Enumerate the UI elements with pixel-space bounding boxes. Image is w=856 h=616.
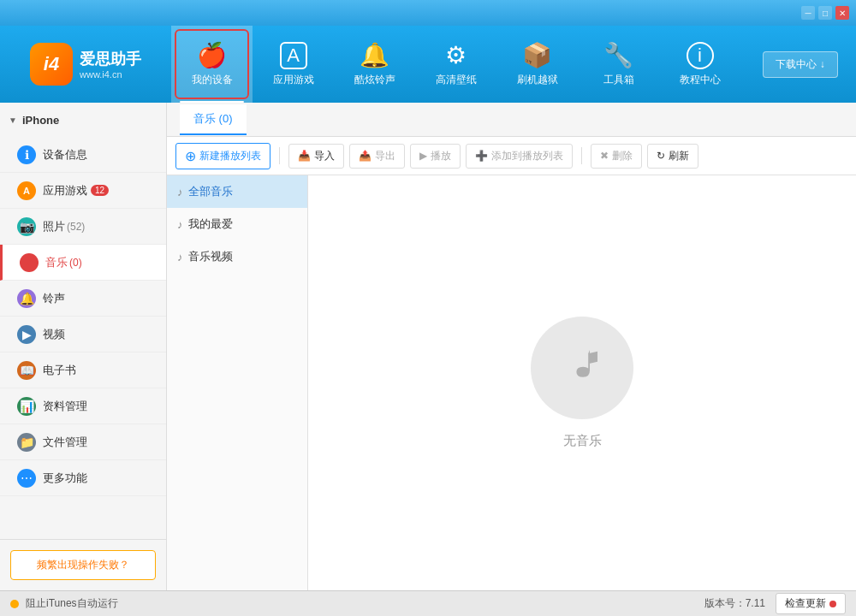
title-bar: ─ □ ✕ [0, 0, 856, 26]
app-name: 爱思助手 [80, 49, 141, 69]
music-tab[interactable]: 音乐 (0) [180, 104, 247, 135]
sidebar-item-more[interactable]: ⋯ 更多功能 [0, 460, 166, 496]
toolbar: ⊕ 新建播放列表 📥 导入 📤 导出 ▶ 播放 ➕ 添加到播放列表 [167, 137, 856, 175]
all-music-icon: ♪ [177, 186, 183, 198]
sidebar-item-device-info[interactable]: ℹ 设备信息 [0, 137, 166, 173]
music-sidebar-label: 音乐 [45, 255, 68, 270]
check-update-button[interactable]: 检查更新 [776, 593, 846, 614]
data-mgmt-sidebar-icon: 📊 [17, 397, 36, 416]
status-dot-icon [10, 600, 19, 608]
file-mgmt-sidebar-icon: 📁 [17, 433, 36, 452]
nav-tab-tools[interactable]: 🔧 工具箱 [578, 26, 659, 103]
jailbreak-label: 刷机越狱 [517, 73, 558, 87]
apps-badge: 12 [91, 185, 109, 196]
download-center-button[interactable]: 下载中心 ↓ [763, 51, 837, 78]
music-video-label: 音乐视频 [188, 249, 233, 264]
new-playlist-icon: ⊕ [185, 148, 196, 164]
delete-button[interactable]: ✖ 删除 [591, 144, 642, 169]
wallpapers-icon: ⚙ [445, 41, 467, 69]
sidebar-item-apps[interactable]: A 应用游戏 12 [0, 173, 166, 209]
favorites-icon: ♪ [177, 218, 183, 231]
window-controls[interactable]: ─ □ ✕ [801, 6, 849, 20]
sidebar-device-header: ▼ iPhone [0, 103, 166, 137]
logo-area: i4 爱思助手 www.i4.cn [0, 26, 171, 103]
playlist-item-all-music[interactable]: ♪ 全部音乐 [167, 175, 307, 208]
all-music-label: 全部音乐 [188, 184, 233, 199]
apps-label: 应用游戏 [273, 73, 314, 87]
favorites-label: 我的最爱 [188, 216, 233, 232]
apps-sidebar-icon: A [17, 181, 36, 200]
device-info-label: 设备信息 [43, 147, 87, 163]
import-button[interactable]: 📥 导入 [288, 144, 344, 169]
active-tab-border [175, 29, 249, 99]
refresh-icon: ↻ [657, 150, 665, 162]
apps-sidebar-label: 应用游戏 [43, 183, 87, 198]
sidebar-item-data-mgmt[interactable]: 📊 资料管理 [0, 388, 166, 424]
jailbreak-icon: 📦 [522, 41, 552, 69]
playlist-item-favorites[interactable]: ♪ 我的最爱 [167, 208, 307, 240]
file-mgmt-sidebar-label: 文件管理 [43, 435, 87, 450]
ringtones-icon: 🔔 [360, 41, 389, 69]
update-dot-icon [829, 601, 836, 607]
version-text: 版本号：7.11 [704, 596, 765, 611]
sidebar-item-videos[interactable]: ▶ 视频 [0, 317, 166, 352]
header-right: 下载中心 ↓ [745, 26, 856, 103]
empty-state: 无音乐 [308, 175, 856, 590]
close-button[interactable]: ✕ [835, 6, 849, 20]
photos-count: (52) [67, 221, 85, 233]
music-sidebar-icon: ♫ [20, 253, 39, 272]
music-note-circle [531, 317, 633, 419]
ringtones-label: 酷炫铃声 [354, 73, 395, 87]
delete-icon: ✖ [600, 150, 609, 162]
new-playlist-button[interactable]: ⊕ 新建播放列表 [175, 143, 270, 169]
play-icon: ▶ [419, 150, 427, 162]
export-icon: 📤 [359, 150, 372, 162]
ebooks-sidebar-label: 电子书 [43, 363, 76, 378]
apps-icon: A [280, 42, 307, 69]
refresh-button[interactable]: ↻ 刷新 [647, 144, 698, 169]
add-to-playlist-button[interactable]: ➕ 添加到播放列表 [466, 144, 573, 169]
ebooks-sidebar-icon: 📖 [17, 361, 36, 380]
sidebar-item-ringtones[interactable]: 🔔 铃声 [0, 281, 166, 317]
playlist-panel: ♪ 全部音乐 ♪ 我的最爱 ♪ 音乐视频 [167, 175, 308, 590]
nav-tab-apps[interactable]: A 应用游戏 [253, 26, 334, 103]
status-left: 阻止iTunes自动运行 [10, 596, 118, 611]
nav-tabs: 🍎 我的设备 A 应用游戏 🔔 酷炫铃声 ⚙ 高清壁纸 📦 刷机越狱 🔧 工具箱… [171, 26, 745, 103]
sidebar-item-ebooks[interactable]: 📖 电子书 [0, 352, 166, 388]
tutorials-label: 教程中心 [680, 73, 721, 87]
sidebar-device-name: iPhone [22, 114, 59, 127]
device-info-icon: ℹ [17, 145, 36, 164]
sidebar-item-music[interactable]: ♫ 音乐 (0) [0, 245, 166, 281]
maximize-button[interactable]: □ [818, 6, 832, 20]
play-button[interactable]: ▶ 播放 [410, 144, 461, 169]
toolbar-sep-2 [581, 147, 582, 164]
tools-label: 工具箱 [603, 73, 634, 87]
nav-tab-wallpapers[interactable]: ⚙ 高清壁纸 [415, 26, 496, 103]
minimize-button[interactable]: ─ [801, 6, 815, 20]
music-count: (0) [69, 257, 82, 269]
photos-sidebar-icon: 📷 [17, 217, 36, 236]
logo-icon: i4 [30, 43, 73, 86]
nav-tab-jailbreak[interactable]: 📦 刷机越狱 [496, 26, 578, 103]
status-bar: 阻止iTunes自动运行 版本号：7.11 检查更新 [0, 590, 856, 616]
export-button[interactable]: 📤 导出 [349, 144, 405, 169]
sidebar-arrow-icon: ▼ [9, 116, 17, 125]
tutorials-icon: i [687, 42, 714, 69]
nav-tab-tutorials[interactable]: i 教程中心 [659, 26, 740, 103]
videos-sidebar-icon: ▶ [17, 325, 36, 344]
add-to-playlist-icon: ➕ [475, 150, 488, 162]
header: i4 爱思助手 www.i4.cn 🍎 我的设备 A 应用游戏 🔔 酷炫铃声 ⚙ [0, 26, 856, 103]
sidebar-bottom: 频繁出现操作失败？ [0, 539, 166, 590]
sidebar-item-photos[interactable]: 📷 照片 (52) [0, 209, 166, 245]
tools-icon: 🔧 [603, 41, 633, 69]
nav-tab-ringtones[interactable]: 🔔 酷炫铃声 [334, 26, 415, 103]
more-sidebar-label: 更多功能 [43, 471, 87, 486]
app-url: www.i4.cn [80, 69, 141, 80]
music-panel: ♪ 全部音乐 ♪ 我的最爱 ♪ 音乐视频 无 [167, 175, 856, 590]
main-area: ▼ iPhone ℹ 设备信息 A 应用游戏 12 📷 照片 (52) ♫ 音乐… [0, 103, 856, 590]
videos-sidebar-label: 视频 [43, 327, 65, 342]
freq-fail-button[interactable]: 频繁出现操作失败？ [10, 550, 156, 580]
nav-tab-my-device[interactable]: 🍎 我的设备 [171, 26, 253, 103]
sidebar-item-file-mgmt[interactable]: 📁 文件管理 [0, 424, 166, 460]
playlist-item-music-video[interactable]: ♪ 音乐视频 [167, 240, 307, 273]
